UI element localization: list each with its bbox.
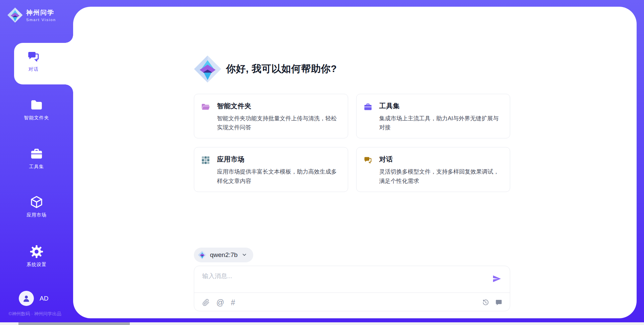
card-description: 集成市场上主流工具，助力AI与外界无缝扩展与对接 xyxy=(379,114,503,132)
sidebar-item-label: 智能文件夹 xyxy=(24,115,49,121)
at-icon: @ xyxy=(216,299,224,306)
brand-subtitle: Smart Vision xyxy=(26,18,56,22)
chat-icon xyxy=(26,50,41,64)
sidebar-item-label: 工具集 xyxy=(29,164,44,170)
sidebar-item-smart-folders[interactable]: 智能文件夹 xyxy=(0,98,73,121)
card-smart-folders[interactable]: 智能文件夹 智能文件夹功能支持批量文件上传与清洗，轻松实现文件问答 xyxy=(194,94,348,138)
sidebar-item-chat[interactable]: 对话 xyxy=(14,43,73,84)
card-description: 应用市场提供丰富长文本模板，助力高效生成多样化文章内容 xyxy=(217,167,340,185)
card-toolset[interactable]: 工具集 集成市场上主流工具，助力AI与外界无缝扩展与对接 xyxy=(356,94,511,138)
avatar xyxy=(19,291,34,306)
history-button[interactable] xyxy=(482,299,489,306)
chevron-down-icon xyxy=(241,252,247,258)
send-button[interactable] xyxy=(492,274,502,284)
topic-button[interactable]: # xyxy=(231,299,235,306)
card-description: 灵活切换多模型文件，支持多样回复效果调试，满足个性化需求 xyxy=(379,167,503,185)
person-icon xyxy=(22,294,31,303)
folder-open-icon xyxy=(201,102,210,112)
message-input[interactable] xyxy=(202,272,483,290)
card-title: 智能文件夹 xyxy=(217,102,340,111)
message-composer: @ # xyxy=(194,266,510,311)
sidebar-item-label: 应用市场 xyxy=(26,212,47,218)
comment-icon xyxy=(495,299,502,306)
card-title: 工具集 xyxy=(379,102,503,111)
diamond-logo-icon xyxy=(198,251,207,259)
toolbox-icon xyxy=(363,102,373,112)
chat-icon xyxy=(363,155,373,165)
diamond-logo-icon xyxy=(194,55,221,83)
brand-logo: 神州问学 Smart Vision xyxy=(7,7,56,23)
composer-divider xyxy=(194,292,510,293)
sidebar: 神州问学 Smart Vision 对话 智能文件夹 工具集 xyxy=(0,0,73,325)
new-chat-button[interactable] xyxy=(495,299,502,306)
hash-icon: # xyxy=(231,299,235,306)
card-title: 应用市场 xyxy=(217,155,340,164)
sidebar-item-label: 对话 xyxy=(29,66,39,72)
model-selector[interactable]: qwen2:7b xyxy=(194,248,253,262)
card-app-market[interactable]: 应用市场 应用市场提供丰富长文本模板，助力高效生成多样化文章内容 xyxy=(194,147,348,192)
composer-toolbar: @ # xyxy=(202,299,502,306)
horizontal-scrollbar-thumb[interactable] xyxy=(18,322,130,325)
card-description: 智能文件夹功能支持批量文件上传与清洗，轻松实现文件问答 xyxy=(217,114,340,132)
mention-button[interactable]: @ xyxy=(216,299,224,306)
paperclip-icon xyxy=(202,299,210,306)
diamond-logo-icon xyxy=(7,7,23,23)
copyright: ©神州数码 · 神州问学出品 xyxy=(0,311,70,317)
horizontal-scrollbar[interactable] xyxy=(0,322,644,325)
gear-icon xyxy=(30,245,44,259)
user-name: AD xyxy=(40,295,48,302)
attach-file-button[interactable] xyxy=(202,299,210,306)
sidebar-item-toolset[interactable]: 工具集 xyxy=(0,147,73,170)
grid-icon xyxy=(201,155,210,165)
greeting: 你好, 我可以如何帮助你? xyxy=(194,7,510,83)
model-name: qwen2:7b xyxy=(210,251,237,259)
card-chat[interactable]: 对话 灵活切换多模型文件，支持多样回复效果调试，满足个性化需求 xyxy=(356,147,511,192)
active-tab-fillet-top xyxy=(65,35,73,43)
brand-name: 神州问学 xyxy=(26,8,56,17)
sidebar-item-settings[interactable]: 系统设置 xyxy=(0,245,73,268)
history-icon xyxy=(482,299,489,306)
feature-cards: 智能文件夹 智能文件夹功能支持批量文件上传与清洗，轻松实现文件问答 工具集 集成… xyxy=(194,94,510,192)
greeting-title: 你好, 我可以如何帮助你? xyxy=(226,62,337,76)
user-menu[interactable]: AD xyxy=(19,291,48,306)
card-title: 对话 xyxy=(379,155,503,164)
cube-icon xyxy=(30,195,44,209)
send-icon xyxy=(492,274,501,283)
toolbox-icon xyxy=(30,147,44,161)
active-tab-fillet-bottom xyxy=(65,84,73,92)
folder-icon xyxy=(30,98,44,112)
sidebar-item-app-market[interactable]: 应用市场 xyxy=(0,195,73,218)
main-panel: 你好, 我可以如何帮助你? 智能文件夹 智能文件夹功能支持批量文件上传与清洗，轻… xyxy=(73,7,637,318)
sidebar-item-label: 系统设置 xyxy=(26,262,47,268)
